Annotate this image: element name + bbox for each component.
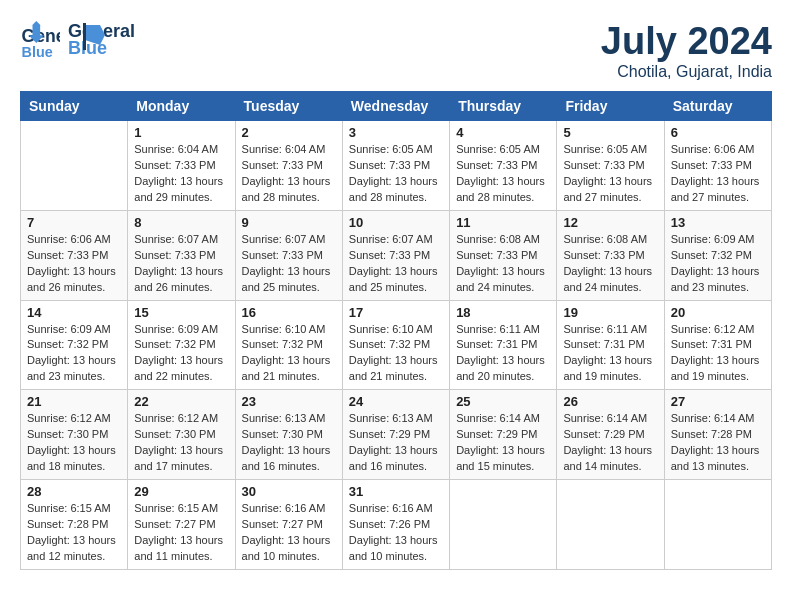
- day-cell: 1Sunrise: 6:04 AMSunset: 7:33 PMDaylight…: [128, 121, 235, 211]
- day-cell: 3Sunrise: 6:05 AMSunset: 7:33 PMDaylight…: [342, 121, 449, 211]
- day-number: 18: [456, 305, 550, 320]
- svg-rect-4: [83, 23, 86, 50]
- day-detail: Sunrise: 6:05 AMSunset: 7:33 PMDaylight:…: [563, 142, 657, 206]
- day-detail: Sunrise: 6:14 AMSunset: 7:29 PMDaylight:…: [563, 411, 657, 475]
- day-detail: Sunrise: 6:06 AMSunset: 7:33 PMDaylight:…: [27, 232, 121, 296]
- day-detail: Sunrise: 6:13 AMSunset: 7:29 PMDaylight:…: [349, 411, 443, 475]
- day-number: 28: [27, 484, 121, 499]
- day-detail: Sunrise: 6:12 AMSunset: 7:31 PMDaylight:…: [671, 322, 765, 386]
- calendar-table: SundayMondayTuesdayWednesdayThursdayFrid…: [20, 91, 772, 570]
- weekday-header-friday: Friday: [557, 92, 664, 121]
- day-cell: 5Sunrise: 6:05 AMSunset: 7:33 PMDaylight…: [557, 121, 664, 211]
- day-cell: [450, 480, 557, 570]
- day-cell: 22Sunrise: 6:12 AMSunset: 7:30 PMDayligh…: [128, 390, 235, 480]
- logo-flag-icon: [75, 20, 105, 50]
- day-detail: Sunrise: 6:13 AMSunset: 7:30 PMDaylight:…: [242, 411, 336, 475]
- day-number: 11: [456, 215, 550, 230]
- day-cell: 27Sunrise: 6:14 AMSunset: 7:28 PMDayligh…: [664, 390, 771, 480]
- day-detail: Sunrise: 6:06 AMSunset: 7:33 PMDaylight:…: [671, 142, 765, 206]
- week-row-1: 1Sunrise: 6:04 AMSunset: 7:33 PMDaylight…: [21, 121, 772, 211]
- day-cell: 8Sunrise: 6:07 AMSunset: 7:33 PMDaylight…: [128, 210, 235, 300]
- day-cell: 28Sunrise: 6:15 AMSunset: 7:28 PMDayligh…: [21, 480, 128, 570]
- day-cell: 10Sunrise: 6:07 AMSunset: 7:33 PMDayligh…: [342, 210, 449, 300]
- title-section: July 2024 Chotila, Gujarat, India: [601, 20, 772, 81]
- week-row-3: 14Sunrise: 6:09 AMSunset: 7:32 PMDayligh…: [21, 300, 772, 390]
- day-number: 10: [349, 215, 443, 230]
- day-number: 1: [134, 125, 228, 140]
- day-cell: 14Sunrise: 6:09 AMSunset: 7:32 PMDayligh…: [21, 300, 128, 390]
- weekday-header-monday: Monday: [128, 92, 235, 121]
- day-cell: [664, 480, 771, 570]
- day-cell: 25Sunrise: 6:14 AMSunset: 7:29 PMDayligh…: [450, 390, 557, 480]
- day-cell: 2Sunrise: 6:04 AMSunset: 7:33 PMDaylight…: [235, 121, 342, 211]
- day-number: 19: [563, 305, 657, 320]
- day-detail: Sunrise: 6:16 AMSunset: 7:26 PMDaylight:…: [349, 501, 443, 565]
- day-number: 3: [349, 125, 443, 140]
- day-cell: 26Sunrise: 6:14 AMSunset: 7:29 PMDayligh…: [557, 390, 664, 480]
- week-row-4: 21Sunrise: 6:12 AMSunset: 7:30 PMDayligh…: [21, 390, 772, 480]
- day-number: 29: [134, 484, 228, 499]
- day-number: 27: [671, 394, 765, 409]
- day-number: 17: [349, 305, 443, 320]
- day-number: 2: [242, 125, 336, 140]
- day-detail: Sunrise: 6:10 AMSunset: 7:32 PMDaylight:…: [242, 322, 336, 386]
- day-number: 9: [242, 215, 336, 230]
- page-header: General Blue General Blue July 2024 Chot…: [20, 20, 772, 81]
- day-detail: Sunrise: 6:09 AMSunset: 7:32 PMDaylight:…: [27, 322, 121, 386]
- weekday-header-thursday: Thursday: [450, 92, 557, 121]
- day-detail: Sunrise: 6:08 AMSunset: 7:33 PMDaylight:…: [456, 232, 550, 296]
- weekday-header-sunday: Sunday: [21, 92, 128, 121]
- day-cell: 13Sunrise: 6:09 AMSunset: 7:32 PMDayligh…: [664, 210, 771, 300]
- day-number: 7: [27, 215, 121, 230]
- day-detail: Sunrise: 6:09 AMSunset: 7:32 PMDaylight:…: [671, 232, 765, 296]
- day-number: 23: [242, 394, 336, 409]
- day-cell: [21, 121, 128, 211]
- day-number: 30: [242, 484, 336, 499]
- day-cell: 30Sunrise: 6:16 AMSunset: 7:27 PMDayligh…: [235, 480, 342, 570]
- day-number: 4: [456, 125, 550, 140]
- day-cell: 7Sunrise: 6:06 AMSunset: 7:33 PMDaylight…: [21, 210, 128, 300]
- day-detail: Sunrise: 6:07 AMSunset: 7:33 PMDaylight:…: [242, 232, 336, 296]
- day-cell: 12Sunrise: 6:08 AMSunset: 7:33 PMDayligh…: [557, 210, 664, 300]
- day-cell: 19Sunrise: 6:11 AMSunset: 7:31 PMDayligh…: [557, 300, 664, 390]
- month-title: July 2024: [601, 20, 772, 63]
- day-cell: 6Sunrise: 6:06 AMSunset: 7:33 PMDaylight…: [664, 121, 771, 211]
- day-number: 25: [456, 394, 550, 409]
- day-number: 12: [563, 215, 657, 230]
- location: Chotila, Gujarat, India: [601, 63, 772, 81]
- day-number: 15: [134, 305, 228, 320]
- weekday-header-wednesday: Wednesday: [342, 92, 449, 121]
- day-cell: 23Sunrise: 6:13 AMSunset: 7:30 PMDayligh…: [235, 390, 342, 480]
- day-number: 6: [671, 125, 765, 140]
- day-detail: Sunrise: 6:05 AMSunset: 7:33 PMDaylight:…: [349, 142, 443, 206]
- week-row-5: 28Sunrise: 6:15 AMSunset: 7:28 PMDayligh…: [21, 480, 772, 570]
- day-cell: 18Sunrise: 6:11 AMSunset: 7:31 PMDayligh…: [450, 300, 557, 390]
- day-detail: Sunrise: 6:15 AMSunset: 7:28 PMDaylight:…: [27, 501, 121, 565]
- day-number: 5: [563, 125, 657, 140]
- day-number: 16: [242, 305, 336, 320]
- day-detail: Sunrise: 6:05 AMSunset: 7:33 PMDaylight:…: [456, 142, 550, 206]
- day-cell: 20Sunrise: 6:12 AMSunset: 7:31 PMDayligh…: [664, 300, 771, 390]
- day-detail: Sunrise: 6:07 AMSunset: 7:33 PMDaylight:…: [134, 232, 228, 296]
- day-detail: Sunrise: 6:09 AMSunset: 7:32 PMDaylight:…: [134, 322, 228, 386]
- day-number: 21: [27, 394, 121, 409]
- day-cell: 29Sunrise: 6:15 AMSunset: 7:27 PMDayligh…: [128, 480, 235, 570]
- day-cell: 16Sunrise: 6:10 AMSunset: 7:32 PMDayligh…: [235, 300, 342, 390]
- day-detail: Sunrise: 6:10 AMSunset: 7:32 PMDaylight:…: [349, 322, 443, 386]
- day-detail: Sunrise: 6:11 AMSunset: 7:31 PMDaylight:…: [456, 322, 550, 386]
- svg-marker-3: [85, 25, 105, 45]
- logo-icon: General Blue: [20, 20, 60, 60]
- day-detail: Sunrise: 6:16 AMSunset: 7:27 PMDaylight:…: [242, 501, 336, 565]
- day-detail: Sunrise: 6:12 AMSunset: 7:30 PMDaylight:…: [134, 411, 228, 475]
- day-detail: Sunrise: 6:04 AMSunset: 7:33 PMDaylight:…: [134, 142, 228, 206]
- day-cell: 17Sunrise: 6:10 AMSunset: 7:32 PMDayligh…: [342, 300, 449, 390]
- day-number: 13: [671, 215, 765, 230]
- day-number: 22: [134, 394, 228, 409]
- weekday-header-saturday: Saturday: [664, 92, 771, 121]
- day-cell: 21Sunrise: 6:12 AMSunset: 7:30 PMDayligh…: [21, 390, 128, 480]
- day-number: 31: [349, 484, 443, 499]
- day-detail: Sunrise: 6:07 AMSunset: 7:33 PMDaylight:…: [349, 232, 443, 296]
- weekday-header-tuesday: Tuesday: [235, 92, 342, 121]
- day-detail: Sunrise: 6:14 AMSunset: 7:29 PMDaylight:…: [456, 411, 550, 475]
- day-number: 24: [349, 394, 443, 409]
